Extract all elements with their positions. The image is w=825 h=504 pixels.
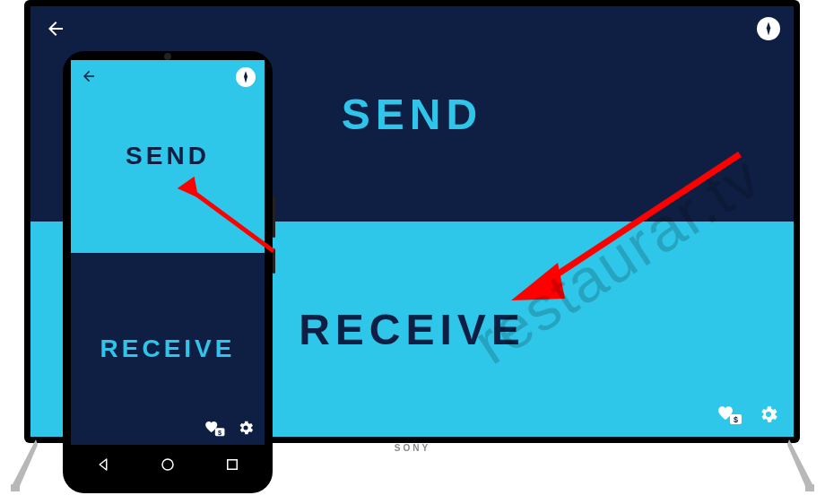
heart-badge-icon: $ — [203, 421, 226, 437]
svg-text:$: $ — [734, 415, 738, 424]
back-arrow-icon — [45, 18, 66, 39]
phone-donate-button[interactable]: $ — [202, 420, 227, 438]
tv-compass-button[interactable] — [757, 17, 780, 40]
tv-stand-left — [11, 439, 38, 491]
phone-app-area: SEND RECEIVE $ — [71, 60, 265, 445]
nav-home-button[interactable] — [157, 454, 178, 475]
phone-receive-label: RECEIVE — [100, 335, 236, 363]
tv-donate-button[interactable]: $ — [714, 404, 744, 426]
tv-back-button[interactable] — [44, 17, 67, 40]
phone-send-label: SEND — [126, 142, 210, 170]
tv-receive-label: RECEIVE — [299, 305, 525, 354]
tv-brand-logo: SONY — [395, 443, 430, 453]
circle-home-icon — [160, 456, 176, 473]
gear-icon — [758, 404, 779, 425]
phone-receive-panel[interactable]: RECEIVE — [71, 253, 265, 446]
phone-compass-button[interactable] — [236, 67, 256, 87]
heart-badge-icon: $ — [716, 405, 742, 425]
triangle-back-icon — [95, 456, 111, 473]
tv-settings-button[interactable] — [757, 403, 780, 426]
back-arrow-icon — [81, 68, 97, 84]
phone-camera-notch — [164, 53, 171, 60]
phone-back-button[interactable] — [80, 67, 98, 85]
tv-send-label: SEND — [342, 90, 482, 139]
nav-recent-button[interactable] — [221, 454, 243, 475]
phone-device: SEND RECEIVE $ — [63, 51, 273, 493]
svg-text:$: $ — [218, 429, 221, 437]
compass-icon — [239, 70, 253, 84]
phone-volume-button — [273, 195, 275, 238]
phone-settings-button[interactable] — [236, 418, 256, 438]
svg-point-6 — [162, 459, 173, 470]
square-recent-icon — [224, 456, 240, 473]
phone-screen: SEND RECEIVE $ — [71, 60, 265, 484]
nav-back-button[interactable] — [92, 454, 114, 475]
phone-send-panel[interactable]: SEND — [71, 60, 265, 253]
gear-icon — [237, 419, 255, 437]
tv-stand-right — [787, 439, 814, 491]
phone-navbar — [71, 445, 265, 484]
phone-power-button — [273, 248, 275, 274]
compass-icon — [760, 21, 777, 37]
svg-rect-7 — [228, 460, 238, 470]
